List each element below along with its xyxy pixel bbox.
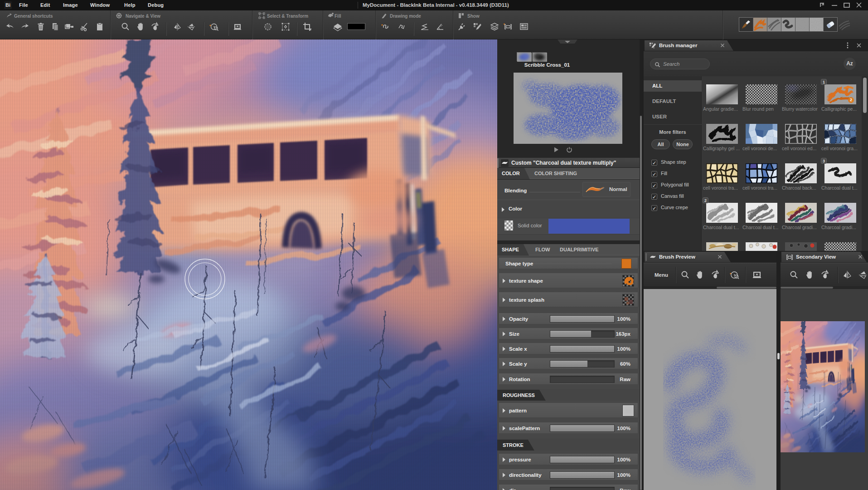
redo-button[interactable]: [20, 22, 30, 32]
size-row[interactable]: Size 163px: [499, 328, 638, 339]
brush-preview-tab[interactable]: Brush Preview: [645, 252, 731, 262]
panel-collapse-tab[interactable]: [558, 39, 577, 44]
brush-variant-thumb-2[interactable]: [532, 52, 547, 61]
category-default[interactable]: DEFAULT: [644, 96, 702, 107]
caret-icon[interactable]: [503, 298, 505, 302]
selection-tool-button[interactable]: [263, 22, 273, 32]
close-button[interactable]: [854, 1, 863, 9]
brush-thumbnail[interactable]: [746, 84, 777, 104]
angle-snap-button[interactable]: [435, 22, 445, 32]
delete-button[interactable]: [36, 22, 46, 32]
preset-soft-charcoal[interactable]: [767, 17, 781, 32]
scale-x-slider[interactable]: [550, 345, 615, 353]
shape-type-row[interactable]: Shape type: [499, 257, 638, 269]
brush-item[interactable]: cell voronoi tra...: [702, 155, 742, 195]
caret-icon[interactable]: [503, 362, 505, 366]
brush-item[interactable]: Calligraphic pe...12: [820, 76, 860, 116]
freehand-mode-button[interactable]: [381, 22, 391, 32]
show-brushes-button[interactable]: [472, 22, 482, 32]
custom-brush-row[interactable]: Custom "Charcoal dual texture multiply": [497, 157, 640, 168]
dir-row[interactable]: dir Raw: [499, 484, 638, 490]
tab-shape[interactable]: SHAPE: [497, 244, 529, 255]
brush-item[interactable]: cell voronoi de...: [742, 116, 781, 155]
transform-tool-button[interactable]: [281, 22, 291, 32]
scrollbar-thumb[interactable]: [640, 116, 642, 490]
polyline-mode-button[interactable]: [397, 22, 407, 32]
solid-color-checker[interactable]: [504, 220, 513, 230]
panel-splitter-vertical[interactable]: [776, 251, 781, 490]
caret-icon[interactable]: [503, 347, 505, 351]
caret-icon[interactable]: [503, 279, 505, 283]
brush-thumbnail[interactable]: [785, 242, 817, 251]
brush-item[interactable]: cell voronoi gra...: [820, 116, 860, 155]
pressure-row[interactable]: pressure 100%: [499, 453, 638, 465]
filter-all-button[interactable]: All: [651, 139, 670, 149]
panel-splitter[interactable]: [640, 39, 644, 490]
secondary-flip-v-icon[interactable]: [858, 270, 868, 280]
undo-button[interactable]: [5, 22, 15, 32]
secondary-rotate-icon[interactable]: [819, 270, 830, 280]
cut-button[interactable]: [79, 22, 89, 32]
checkbox-checked-icon[interactable]: ✓: [651, 171, 657, 177]
filter-checkbox-shape-step[interactable]: ✓Shape step: [651, 159, 702, 167]
flip-vertical-button[interactable]: [186, 22, 196, 32]
brush-thumbnail[interactable]: [785, 84, 817, 104]
category-user[interactable]: USER: [644, 111, 702, 122]
brush-item[interactable]: [742, 234, 781, 251]
caret-icon[interactable]: [503, 332, 505, 336]
brush-thumbnail[interactable]: [824, 163, 856, 183]
brush-thumbnail[interactable]: [824, 242, 856, 251]
tab-close-icon[interactable]: [717, 254, 723, 260]
menu-edit[interactable]: Edit: [40, 0, 50, 10]
preview-zoom-icon[interactable]: [680, 270, 691, 280]
paste-button[interactable]: [95, 22, 105, 32]
play-preview-button[interactable]: [553, 147, 559, 153]
menu-window[interactable]: Window: [90, 0, 110, 10]
preset-paint-brush[interactable]: [739, 17, 753, 32]
brush-item[interactable]: Charcoal back...: [781, 155, 820, 195]
brush-item[interactable]: Calligraphy gel ...: [702, 116, 742, 155]
brush-manager-tab[interactable]: Brush manager: [645, 40, 733, 51]
brush-thumbnail[interactable]: [746, 203, 777, 223]
fill-color-swatch[interactable]: [347, 23, 365, 30]
brush-thumbnail[interactable]: [706, 203, 738, 223]
preset-eraser[interactable]: [823, 17, 838, 32]
duplicate-button[interactable]: [64, 22, 74, 32]
line-mode-button[interactable]: [420, 22, 430, 32]
pattern-thumb[interactable]: [622, 405, 634, 416]
show-layers-button[interactable]: [490, 22, 499, 32]
tab-dualprimitive[interactable]: DUALPRIMITIVE: [555, 244, 603, 255]
brush-item[interactable]: Charcoal dual t...2: [702, 195, 742, 234]
brush-item[interactable]: Charcoal dual t...3: [820, 155, 860, 195]
directionality-row[interactable]: directionality 100%: [499, 469, 638, 480]
rotation-slider[interactable]: [550, 376, 615, 383]
texture-shape-row[interactable]: texture shape: [499, 273, 638, 288]
secondary-zoom-icon[interactable]: [789, 270, 800, 280]
filter-none-button[interactable]: None: [673, 139, 693, 149]
scrollbar-thumb[interactable]: [863, 78, 867, 113]
caret-icon[interactable]: [503, 473, 505, 477]
scale-pattern-row[interactable]: scalePattern 100%: [499, 422, 638, 434]
category-all[interactable]: ALL: [644, 80, 702, 92]
brush-preview-canvas[interactable]: [644, 289, 776, 490]
power-toggle-button[interactable]: [566, 147, 572, 153]
directionality-slider[interactable]: [550, 471, 615, 479]
brush-thumbnail[interactable]: [824, 203, 856, 223]
menu-file[interactable]: File: [19, 0, 28, 10]
brush-item[interactable]: Charcoal gradi...: [820, 195, 860, 234]
checkbox-checked-icon[interactable]: ✓: [651, 160, 657, 166]
brush-stamp-preview[interactable]: [514, 73, 622, 144]
tab-flow[interactable]: FLOW: [531, 244, 554, 255]
brush-item[interactable]: cell voronoi ed...: [781, 116, 820, 155]
scrollbar-thumb[interactable]: [717, 287, 776, 289]
preset-swirl-dark[interactable]: [781, 17, 795, 32]
pan-tool-button[interactable]: [136, 22, 145, 32]
texture-splash-row[interactable]: texture splash: [499, 292, 638, 307]
preview-menu-button[interactable]: Menu: [655, 270, 668, 280]
caret-icon[interactable]: [503, 488, 505, 490]
brush-item[interactable]: [702, 234, 742, 251]
opacity-slider[interactable]: [550, 315, 615, 323]
scale-y-row[interactable]: Scale y 60%: [499, 358, 638, 369]
brush-item[interactable]: Charcoal dual t...: [742, 195, 781, 234]
scale-x-row[interactable]: Scale x 100%: [499, 343, 638, 354]
